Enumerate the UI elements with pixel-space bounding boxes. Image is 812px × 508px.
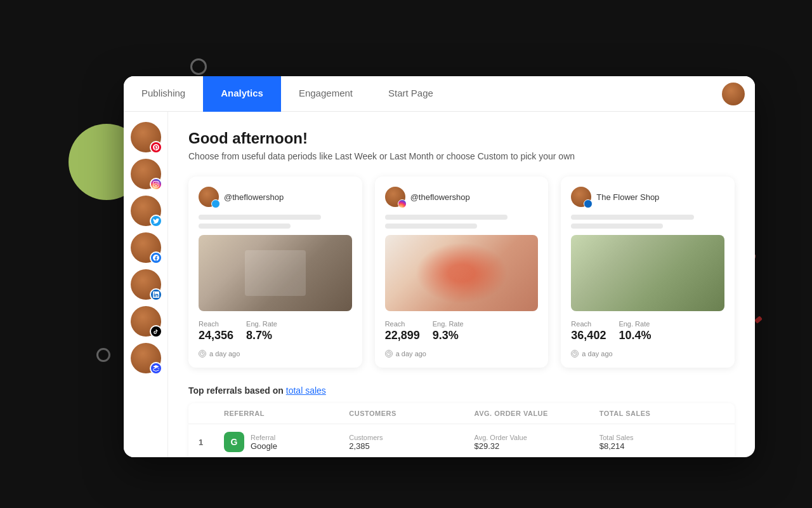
top-nav: Publishing Analytics Engagement Start Pa… [124,76,755,112]
col-avg-order: Avg. Order Value [475,410,599,417]
tab-analytics[interactable]: Analytics [203,76,281,112]
card-time-twitter: a day ago [199,350,352,358]
eng-label-instagram: Eng. Rate [433,320,464,328]
card-line-3 [385,215,508,220]
referral-details: Referral Google [251,434,277,451]
col-total-sales: Total Sales [599,410,724,417]
app-window: Publishing Analytics Engagement Start Pa… [124,76,755,457]
user-avatar[interactable] [722,83,745,105]
tab-start-page[interactable]: Start Page [370,76,451,112]
card-line-6 [571,224,663,229]
decorative-circle-mid [96,348,110,362]
card-line-2 [199,224,291,229]
content-area: Good afternoon! Choose from useful data … [168,112,755,457]
card-stats-linkedin: Reach 36,402 Eng. Rate 10.4% [571,320,724,342]
card-avatar-twitter [199,187,219,207]
referrals-section: Top referrals based on total sales Refer… [188,385,735,457]
referrals-title: Top referrals based on total sales [188,385,735,396]
card-line-4 [385,224,477,229]
card-avatar-instagram [385,187,405,207]
card-image-instagram [385,235,539,311]
time-ago-instagram: a day ago [396,350,426,358]
reach-value-instagram: 22,899 [385,329,420,342]
sidebar [124,112,168,457]
referral-name-header: Referral [251,434,277,441]
sidebar-item-twitter[interactable] [131,196,161,226]
row-total-sales: Total Sales $8,214 [599,434,724,451]
tab-publishing[interactable]: Publishing [124,76,203,112]
pinterest-badge [150,141,162,154]
reach-label-instagram: Reach [385,320,420,328]
card-username-twitter: @theflowershop [224,192,284,202]
tiktok-badge [150,325,162,338]
analytics-card-instagram[interactable]: @theflowershop Reach 22,899 [375,177,549,368]
instagram-badge [150,178,162,190]
reach-label-twitter: Reach [199,320,233,328]
eng-stat-instagram: Eng. Rate 9.3% [433,320,464,342]
referral-name: Google [251,441,277,451]
card-linkedin-badge [584,199,593,208]
table-header: Referral Customers Avg. Order Value Tota… [188,403,735,424]
referral-info: G Referral Google [224,432,349,452]
time-icon-linkedin [571,350,579,358]
table-row: 1 G Referral Google Customers 2,385 [188,424,735,457]
eng-stat-linkedin: Eng. Rate 10.4% [619,320,651,342]
linkedin-badge [150,288,162,301]
card-image-twitter [199,235,352,311]
card-time-instagram: a day ago [385,350,539,358]
eng-label-linkedin: Eng. Rate [619,320,651,328]
tab-engagement[interactable]: Engagement [281,76,370,112]
col-customers: Customers [349,410,474,417]
analytics-card-twitter[interactable]: @theflowershop Reach 24,356 [188,177,362,368]
card-header-instagram: @theflowershop [385,187,539,207]
referrals-title-link[interactable]: total sales [286,385,326,396]
row-customers: Customers 2,385 [349,434,474,451]
decorative-circle-top [190,58,207,75]
eng-value-instagram: 9.3% [433,329,464,342]
card-twitter-badge [211,199,220,208]
card-stats-instagram: Reach 22,899 Eng. Rate 9.3% [385,320,539,342]
reach-stat-instagram: Reach 22,899 [385,320,420,342]
time-ago-twitter: a day ago [209,350,240,358]
reach-stat-twitter: Reach 24,356 [199,320,233,342]
analytics-card-linkedin[interactable]: The Flower Shop Reach 36,402 [561,177,735,368]
sidebar-item-facebook[interactable] [131,232,161,263]
sidebar-item-pinterest[interactable] [131,122,161,152]
card-header-twitter: @theflowershop [199,187,352,207]
reach-value-twitter: 24,356 [199,329,233,342]
avatar-image [722,83,745,105]
eng-value-twitter: 8.7% [246,329,277,342]
sidebar-item-instagram[interactable] [131,159,161,189]
greeting-subtitle: Choose from useful data periods like Las… [188,151,735,161]
card-line-1 [199,215,321,220]
sidebar-item-buffer[interactable] [131,343,161,373]
col-referral: Referral [224,410,349,417]
card-image-linkedin [571,235,724,311]
card-stats-twitter: Reach 24,356 Eng. Rate 8.7% [199,320,352,342]
reach-stat-linkedin: Reach 36,402 [571,320,606,342]
reach-label-linkedin: Reach [571,320,606,328]
card-avatar-linkedin [571,187,591,207]
card-username-instagram: @theflowershop [410,192,470,202]
eng-value-linkedin: 10.4% [619,329,651,342]
sidebar-item-tiktok[interactable] [131,306,161,337]
col-rank [199,410,224,417]
sidebar-item-linkedin[interactable] [131,269,161,300]
google-icon: G [224,432,244,452]
card-line-5 [571,215,693,220]
greeting-title: Good afternoon! [188,130,735,147]
time-ago-linkedin: a day ago [582,350,612,358]
row-rank: 1 [199,438,224,447]
main-content: Good afternoon! Choose from useful data … [124,112,755,457]
buffer-badge [150,362,162,375]
card-time-linkedin: a day ago [571,350,724,358]
time-icon-instagram [385,350,393,358]
analytics-cards-row: @theflowershop Reach 24,356 [188,177,735,368]
eng-label-twitter: Eng. Rate [246,320,277,328]
twitter-badge [150,215,162,227]
reach-value-linkedin: 36,402 [571,329,606,342]
card-header-linkedin: The Flower Shop [571,187,724,207]
card-instagram-badge [398,199,407,208]
card-lines-instagram [385,215,539,229]
row-avg-order: Avg. Order Value $29.32 [475,434,599,451]
